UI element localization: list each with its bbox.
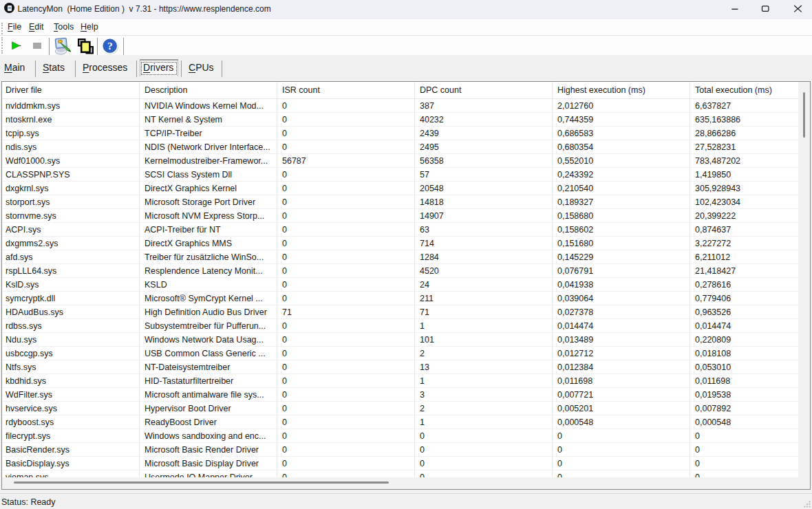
svg-text:?: ? bbox=[107, 40, 113, 52]
